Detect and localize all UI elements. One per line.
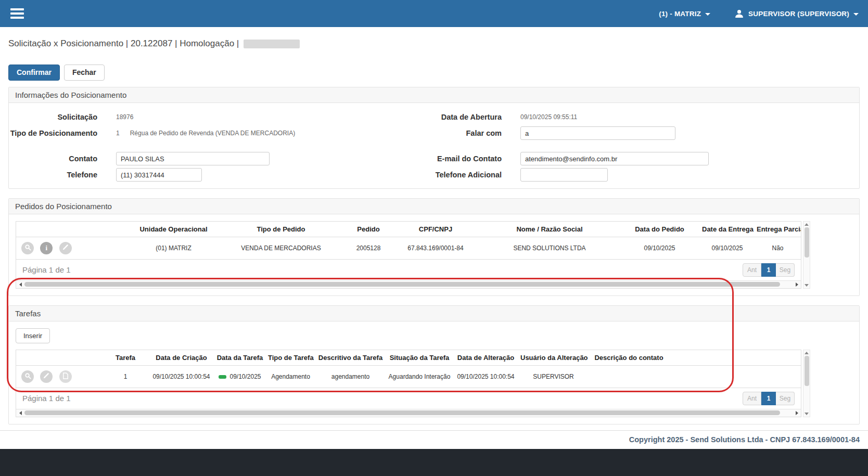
scroll-right-icon[interactable] bbox=[794, 282, 800, 287]
pedidos-panel-title: Pedidos do Posicionamento bbox=[9, 199, 859, 214]
cell-entrega-parcial: Não bbox=[755, 237, 801, 259]
horizontal-scrollbar[interactable] bbox=[16, 409, 801, 417]
cell-descritivo: agendamento bbox=[315, 365, 386, 388]
topbar: (1) - MATRIZ SUPERVISOR (SUPERVISOR) bbox=[0, 0, 868, 27]
telefone-adicional-input[interactable] bbox=[520, 168, 608, 182]
row-info-button[interactable]: i bbox=[40, 242, 53, 254]
pedidos-table-zone: Unidade Operacional Tipo de Pedido Pedid… bbox=[16, 221, 811, 289]
user-label: SUPERVISOR (SUPERVISOR) bbox=[748, 10, 849, 18]
field-solicitacao: Solicitação 18976 bbox=[9, 109, 434, 125]
inserir-button[interactable]: Inserir bbox=[16, 328, 50, 343]
next-page-button[interactable]: Seg bbox=[776, 263, 795, 277]
scroll-left-icon[interactable] bbox=[17, 411, 23, 415]
next-page-button[interactable]: Seg bbox=[776, 392, 795, 405]
col-usuario-alteracao: Usuário da Alteração bbox=[518, 350, 589, 366]
falar-com-input[interactable] bbox=[520, 126, 675, 140]
telefone-input[interactable] bbox=[116, 168, 202, 182]
prev-page-button[interactable]: Ant bbox=[743, 392, 761, 405]
action-bar: Confirmar Fechar bbox=[0, 52, 868, 87]
chevron-down-icon bbox=[705, 13, 710, 16]
row-edit-button[interactable] bbox=[59, 242, 72, 254]
info-panel: Informações do Posicionamento Solicitaçã… bbox=[8, 87, 860, 189]
user-icon bbox=[734, 9, 744, 19]
scrollbar-thumb[interactable] bbox=[805, 356, 809, 386]
info-col-right: Data de Abertura 09/10/2025 09:55:11 Fal… bbox=[434, 109, 859, 183]
pedidos-panel: Pedidos do Posicionamento Unidade Operac… bbox=[8, 198, 860, 296]
contato-input[interactable] bbox=[116, 152, 270, 165]
prev-page-button[interactable]: Ant bbox=[743, 263, 761, 277]
col-data-alteracao: Data de Alteração bbox=[453, 350, 518, 366]
cell-data-tarefa: 09/10/2025 bbox=[214, 365, 266, 388]
pencil-icon bbox=[43, 372, 49, 380]
pedidos-table: Unidade Operacional Tipo de Pedido Pedid… bbox=[16, 221, 801, 289]
confirmar-button[interactable]: Confirmar bbox=[8, 65, 60, 81]
vertical-scrollbar[interactable] bbox=[803, 350, 810, 417]
cell-unidade: (01) MATRIZ bbox=[131, 237, 216, 259]
table-row: 1 09/10/2025 10:00:54 09/10/2025 Agendam… bbox=[16, 365, 801, 388]
scrollbar-thumb[interactable] bbox=[24, 410, 780, 415]
cell-data-pedido: 09/10/2025 bbox=[619, 237, 700, 259]
row-edit-button[interactable] bbox=[40, 370, 53, 383]
tarefas-table: Tarefa Data de Criação Data da Tarefa Ti… bbox=[16, 350, 801, 417]
hamburger-icon bbox=[10, 8, 24, 10]
col-entrega-parcial: Entrega Parcial bbox=[755, 222, 801, 237]
current-page-button[interactable]: 1 bbox=[761, 263, 776, 277]
field-falar-com: Falar com bbox=[434, 125, 859, 141]
scrollbar-thumb[interactable] bbox=[24, 282, 780, 287]
falar-label: Falar com bbox=[434, 129, 502, 137]
email-input[interactable] bbox=[520, 152, 709, 165]
fechar-button[interactable]: Fechar bbox=[64, 65, 105, 81]
col-nome: Nome / Razão Social bbox=[480, 222, 619, 237]
user-menu[interactable]: SUPERVISOR (SUPERVISOR) bbox=[734, 9, 859, 19]
pedidos-header-row: Unidade Operacional Tipo de Pedido Pedid… bbox=[16, 222, 801, 237]
solicitacao-label: Solicitação bbox=[9, 113, 97, 121]
bottom-bar bbox=[0, 449, 868, 476]
scrollbar-thumb[interactable] bbox=[805, 227, 809, 258]
menu-button[interactable] bbox=[9, 4, 25, 23]
col-data-entrega: Date da Entrega bbox=[700, 222, 755, 237]
info-form: Solicitação 18976 Tipo de Posicionamento… bbox=[9, 103, 859, 188]
cell-pedido: 2005128 bbox=[346, 237, 391, 259]
pedidos-pager: Página 1 de 1 Ant 1 Seg bbox=[16, 260, 801, 280]
email-label: E-mail do Contato bbox=[434, 155, 502, 163]
field-telefone: Telefone bbox=[9, 167, 434, 183]
search-icon bbox=[24, 372, 31, 381]
vertical-scrollbar[interactable] bbox=[803, 221, 810, 289]
search-icon bbox=[24, 244, 31, 252]
info-icon: i bbox=[46, 245, 48, 251]
document-icon bbox=[62, 372, 69, 381]
cell-data-criacao: 09/10/2025 10:00:54 bbox=[149, 365, 214, 388]
scroll-up-icon[interactable] bbox=[805, 223, 809, 226]
scroll-down-icon[interactable] bbox=[805, 284, 809, 287]
branch-selector[interactable]: (1) - MATRIZ bbox=[659, 10, 710, 18]
branch-label: (1) - MATRIZ bbox=[659, 10, 701, 18]
topbar-right: (1) - MATRIZ SUPERVISOR (SUPERVISOR) bbox=[659, 9, 859, 19]
cell-situacao: Aguardando Interação bbox=[386, 365, 453, 388]
row-document-button[interactable] bbox=[59, 370, 72, 383]
page: (1) - MATRIZ SUPERVISOR (SUPERVISOR) Sol… bbox=[0, 0, 868, 476]
telefone-label: Telefone bbox=[9, 171, 97, 179]
scroll-up-icon[interactable] bbox=[805, 352, 809, 354]
col-unidade: Unidade Operacional bbox=[131, 222, 216, 237]
tarefas-table-zone: Tarefa Data de Criação Data da Tarefa Ti… bbox=[16, 350, 811, 417]
row-view-button[interactable] bbox=[21, 242, 34, 254]
field-tipo-posicionamento: Tipo de Posicionamento 1 Régua de Pedido… bbox=[9, 125, 434, 141]
horizontal-scrollbar[interactable] bbox=[16, 280, 801, 288]
col-descritivo: Descritivo da Tarefa bbox=[315, 350, 386, 366]
current-page-button[interactable]: 1 bbox=[761, 392, 776, 405]
cell-tipo-pedido: VENDA DE MERCADORIAS bbox=[216, 237, 346, 259]
col-actions bbox=[16, 222, 131, 237]
info-panel-title: Informações do Posicionamento bbox=[9, 87, 859, 103]
scroll-down-icon[interactable] bbox=[805, 413, 809, 415]
table-row: i (01) MATRIZ VENDA DE MERCADORIAS 20051… bbox=[16, 237, 801, 259]
field-data-abertura: Data de Abertura 09/10/2025 09:55:11 bbox=[434, 109, 859, 125]
scroll-right-icon[interactable] bbox=[794, 411, 800, 415]
cell-tipo-tarefa: Agendamento bbox=[266, 365, 315, 388]
row-view-button[interactable] bbox=[21, 370, 34, 383]
col-tarefa: Tarefa bbox=[102, 350, 149, 366]
page-info: Página 1 de 1 bbox=[22, 265, 71, 274]
tarefas-panel-title: Tarefas bbox=[9, 306, 859, 321]
field-contato: Contato bbox=[9, 151, 434, 167]
scroll-left-icon[interactable] bbox=[17, 282, 23, 287]
col-actions bbox=[16, 350, 102, 366]
